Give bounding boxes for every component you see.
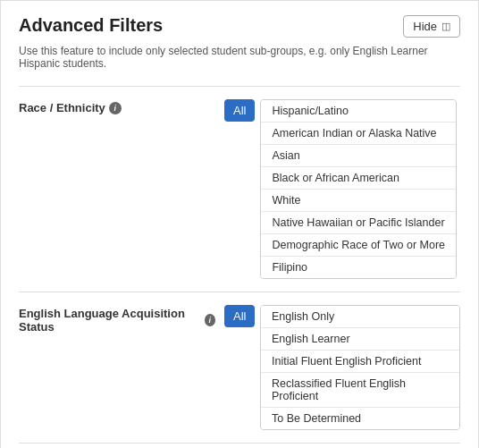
- panel-header: Advanced Filters Hide ◫: [19, 15, 460, 38]
- english-language-section: English Language Acquisition Status i Al…: [19, 292, 460, 443]
- list-item[interactable]: White: [261, 190, 456, 212]
- list-item[interactable]: Black or African American: [261, 167, 456, 190]
- list-item[interactable]: To Be Determined: [261, 408, 459, 429]
- list-item[interactable]: American Indian or Alaska Native: [261, 123, 456, 145]
- advanced-filters-panel: Advanced Filters Hide ◫ Use this feature…: [0, 0, 479, 448]
- primary-language-section: Primary Language i All ▼: [19, 443, 460, 448]
- race-ethnicity-all-button[interactable]: All: [224, 99, 255, 122]
- list-item[interactable]: Asian: [261, 145, 456, 167]
- hide-label: Hide: [413, 20, 437, 33]
- race-ethnicity-info-icon[interactable]: i: [109, 102, 122, 114]
- list-item[interactable]: Native Hawaiian or Pacific Islander: [261, 212, 456, 234]
- race-ethnicity-label: Race / Ethnicity i: [19, 99, 215, 114]
- list-item[interactable]: Hispanic/Latino: [261, 100, 456, 123]
- hide-icon: ◫: [441, 21, 450, 32]
- panel-title: Advanced Filters: [19, 15, 163, 36]
- list-item[interactable]: Filipino: [261, 257, 456, 278]
- list-item[interactable]: Demographic Race of Two or More: [261, 234, 456, 257]
- english-language-all-button[interactable]: All: [224, 305, 255, 327]
- panel-subtitle: Use this feature to include only selecte…: [19, 45, 460, 70]
- list-item[interactable]: Initial Fluent English Proficient: [261, 351, 459, 373]
- race-ethnicity-controls: All Hispanic/Latino American Indian or A…: [224, 99, 460, 279]
- english-language-controls: All English Only English Learner Initial…: [224, 305, 460, 430]
- list-item[interactable]: Reclassified Fluent English Proficient: [261, 373, 459, 408]
- race-ethnicity-options: Hispanic/Latino American Indian or Alask…: [260, 99, 457, 279]
- list-item[interactable]: English Learner: [261, 328, 459, 351]
- race-ethnicity-section: Race / Ethnicity i All Hispanic/Latino A…: [19, 86, 460, 292]
- english-language-options: English Only English Learner Initial Flu…: [260, 305, 460, 430]
- english-language-info-icon[interactable]: i: [205, 314, 215, 326]
- english-language-label: English Language Acquisition Status i: [19, 305, 215, 334]
- list-item[interactable]: English Only: [261, 306, 459, 328]
- hide-button[interactable]: Hide ◫: [403, 15, 460, 38]
